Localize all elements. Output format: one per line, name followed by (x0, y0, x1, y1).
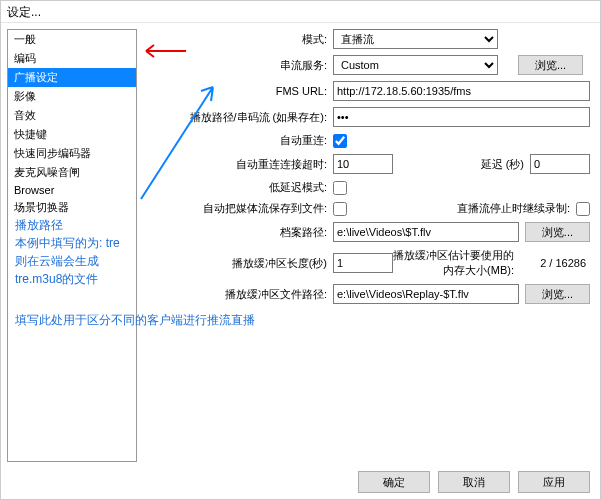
est-label: 播放缓冲区估计要使用的内存大小(MB): (393, 248, 520, 278)
fms-label: FMS URL: (173, 85, 333, 97)
browse-button-2[interactable]: 浏览... (525, 222, 590, 242)
sidebar-item-general[interactable]: 一般 (8, 30, 136, 49)
sidebar-item-hotkeys[interactable]: 快捷键 (8, 125, 136, 144)
buffer-path-input[interactable] (333, 284, 519, 304)
retry-timeout-input[interactable] (333, 154, 393, 174)
low-latency-checkbox[interactable] (333, 181, 347, 195)
fms-url-input[interactable] (333, 81, 590, 101)
lowlat-label: 低延迟模式: (173, 180, 333, 195)
arch-label: 档案路径: (173, 225, 333, 240)
mode-label: 模式: (173, 32, 333, 47)
keep-recording-checkbox[interactable] (576, 202, 590, 216)
delay-label: 延迟 (秒) (481, 157, 524, 172)
annotation-text-2: 填写此处用于区分不同的客户端进行推流直播 (15, 311, 295, 329)
keeprec-label: 直播流停止时继续录制: (457, 201, 570, 216)
sidebar-item-browser[interactable]: Browser (8, 182, 136, 198)
auto-reconnect-checkbox[interactable] (333, 134, 347, 148)
cancel-button[interactable]: 取消 (438, 471, 510, 493)
auto-label: 自动重连: (173, 133, 333, 148)
stream-path-input[interactable] (333, 107, 590, 127)
service-select[interactable]: Custom (333, 55, 498, 75)
service-label: 串流服务: (173, 58, 333, 73)
apply-button[interactable]: 应用 (518, 471, 590, 493)
sidebar-item-encoding[interactable]: 编码 (8, 49, 136, 68)
sidebar-item-qsync[interactable]: 快速同步编码器 (8, 144, 136, 163)
annotation-text-1: 播放路径 本例中填写的为: tre 则在云端会生成 tre.m3u8的文件 (15, 216, 135, 288)
buflen-label: 播放缓冲区长度(秒) (173, 256, 333, 271)
delay-input[interactable] (530, 154, 590, 174)
browse-button-3[interactable]: 浏览... (525, 284, 590, 304)
sidebar-item-video[interactable]: 影像 (8, 87, 136, 106)
archive-path-input[interactable] (333, 222, 519, 242)
sidebar-item-audio[interactable]: 音效 (8, 106, 136, 125)
bufpath-label: 播放缓冲区文件路径: (173, 287, 333, 302)
ok-button[interactable]: 确定 (358, 471, 430, 493)
sidebar-item-scene[interactable]: 场景切换器 (8, 198, 136, 217)
dialog-footer: 确定 取消 应用 (358, 471, 590, 493)
path-label: 播放路径/串码流 (如果存在): (173, 110, 333, 125)
window-title: 设定... (1, 1, 600, 23)
mode-select[interactable]: 直播流 (333, 29, 498, 49)
sidebar-item-broadcast[interactable]: 广播设定 (8, 68, 136, 87)
buffer-length-input[interactable] (333, 253, 393, 273)
browse-button-1[interactable]: 浏览... (518, 55, 583, 75)
save-to-file-checkbox[interactable] (333, 202, 347, 216)
save-label: 自动把媒体流保存到文件: (173, 201, 333, 216)
sidebar-item-noise[interactable]: 麦克风噪音闸 (8, 163, 136, 182)
settings-form: 模式: 直播流 串流服务: Custom 浏览... FMS URL: 播放路径… (143, 23, 600, 468)
retry-label: 自动重连连接超时: (173, 157, 333, 172)
est-value: 2 / 16286 (520, 257, 590, 269)
